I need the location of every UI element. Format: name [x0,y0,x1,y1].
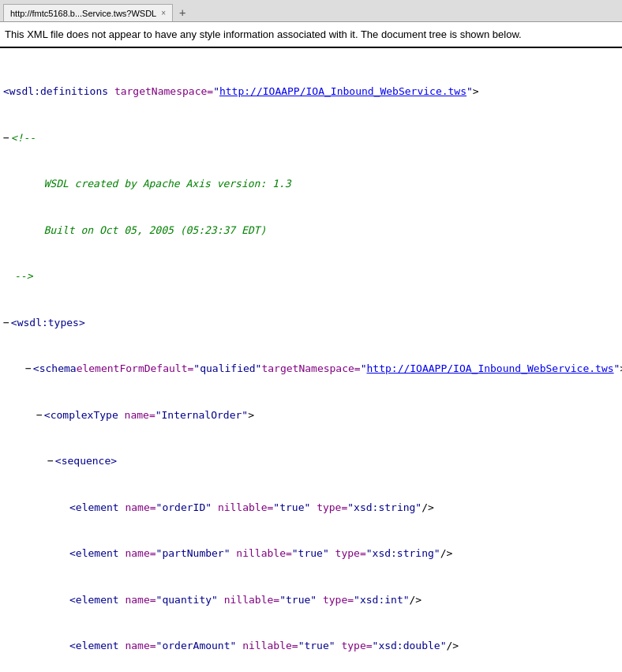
xml-element-orderamount: <element name="orderAmount" nillable="tr… [3,638,619,654]
xml-comment-end: --> [3,268,619,284]
browser-chrome: http://fmtc5168.b...Service.tws?WSDL × + [0,0,622,22]
xml-comment-line1: WSDL created by Apache Axis version: 1.3 [3,176,619,192]
tag-wsdl-definitions: <wsdl:definitions [3,84,108,99]
new-tab-button[interactable]: + [173,4,192,21]
collapse-btn-complextype1[interactable]: − [36,407,43,423]
xml-comment-line2: Built on Oct 05, 2005 (05:23:37 EDT) [3,223,619,238]
xml-content: <wsdl:definitions targetNamespace="http:… [0,48,622,672]
tab-bar: http://fmtc5168.b...Service.tws?WSDL × + [0,0,622,21]
xml-element-quantity: <element name="quantity" nillable="true"… [3,592,619,608]
info-message: This XML file does not appear to have an… [5,28,522,40]
xml-line-1: <wsdl:definitions targetNamespace="http:… [3,84,619,99]
tab-close-button[interactable]: × [161,9,166,17]
tab-title: http://fmtc5168.b...Service.tws?WSDL [10,9,156,18]
browser-tab[interactable]: http://fmtc5168.b...Service.tws?WSDL × [3,4,173,21]
xml-element-orderid: <element name="orderID" nillable="true" … [3,500,619,516]
xml-wsdl-types-open: −<wsdl:types> [3,315,619,331]
xml-complextype-open: −<complexType name="InternalOrder"> [3,407,619,423]
collapse-btn-types[interactable]: − [3,315,9,331]
xml-sequence-open1: −<sequence> [3,453,619,469]
xml-line-2: −<!-- [3,130,619,146]
xml-element-partnumber: <element name="partNumber" nillable="tru… [3,546,619,561]
collapse-btn-seq1[interactable]: − [47,453,54,469]
collapse-btn-schema[interactable]: − [25,361,32,377]
collapse-btn[interactable]: − [3,130,9,146]
xml-schema-open: −<schema elementFormDefault="qualified" … [3,361,619,377]
info-bar: This XML file does not appear to have an… [0,22,622,48]
